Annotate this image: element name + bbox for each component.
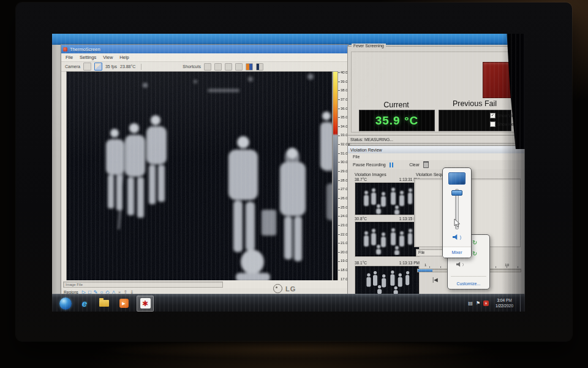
mediaplayer-taskbar-icon[interactable]: ▶: [117, 297, 130, 310]
shortcut-button-2[interactable]: [214, 63, 222, 71]
lg-mark-icon: [273, 284, 282, 293]
show-height-checkbox[interactable]: [490, 121, 496, 127]
vr-menu-file[interactable]: File: [353, 155, 360, 159]
current-temperature-display: 35.9 °C: [359, 110, 435, 131]
photo-background: ThermoScreen File Settings View Help Cam…: [0, 0, 588, 368]
shortcut-button-3[interactable]: [225, 63, 232, 71]
customize-link[interactable]: Customize...: [448, 282, 489, 286]
menu-settings[interactable]: Settings: [80, 55, 96, 60]
menu-file[interactable]: File: [66, 55, 73, 60]
shortcut-button-5[interactable]: [246, 63, 253, 71]
desktop-top-strip: [52, 34, 525, 45]
violation-thumb-3[interactable]: 38.1°C 1:13:13 PM: [355, 261, 420, 294]
tray-grid-icon[interactable]: ▤: [468, 301, 473, 306]
tray-hidden-icon-1[interactable]: ↻: [472, 240, 477, 246]
temperature-colorbar: [333, 71, 338, 282]
mixer-strip: Mixer: [443, 247, 471, 258]
slider-fill: [418, 269, 432, 272]
thermoscreen-taskbar-button[interactable]: ✱: [137, 296, 154, 312]
fever-statusbar: Status: MEASURING...: [347, 135, 524, 144]
palette-toggle-button[interactable]: [94, 63, 102, 71]
show-desktop-button[interactable]: [520, 294, 525, 312]
lg-brand-text: LG: [285, 285, 296, 293]
measuring-status: Status: MEASURING...: [350, 137, 393, 142]
clear-button[interactable]: Clear: [409, 163, 420, 167]
sequence-file-field[interactable]: File: [416, 249, 445, 256]
clock-date: 1/22/2020: [496, 304, 513, 309]
pause-recording-button[interactable]: Pause Recording: [353, 163, 386, 167]
shortcut-button-6[interactable]: [256, 63, 263, 71]
previous-frame-button[interactable]: |◀: [432, 277, 438, 283]
toolbar-separator: [141, 64, 141, 70]
explorer-taskbar-icon[interactable]: [97, 297, 111, 310]
violation-temp: 38.1°C: [355, 261, 367, 265]
taskbar-clock[interactable]: 3:04 PM 1/22/2020: [496, 298, 513, 309]
app-icon: [63, 47, 67, 52]
fps-value: 35 fps: [105, 64, 117, 69]
shortcut-button-1[interactable]: [204, 63, 211, 71]
violation-review-window: Violation Review File Pause Recording Cl…: [347, 145, 525, 294]
previous-fail-label: Previous Fail: [439, 99, 511, 108]
clock-time: 3:04 PM: [496, 298, 513, 303]
statusbar: Image File: [61, 280, 348, 288]
shortcuts-label: Shortcuts: [183, 64, 201, 69]
shortcut-button-4[interactable]: [235, 63, 243, 71]
ambient-temp-value: 23.88°C: [120, 64, 135, 69]
thermal-camera-view: [66, 71, 333, 282]
menu-view[interactable]: View: [103, 55, 113, 60]
violation-thumbnail-image[interactable]: [355, 266, 420, 294]
violation-thumb-1[interactable]: 38.7°C 1:13:31 PM: [355, 177, 420, 215]
pause-icon[interactable]: [390, 163, 394, 167]
camera-label: Camera: [65, 64, 80, 69]
menu-help[interactable]: Help: [119, 55, 129, 60]
thermal-image: [67, 72, 332, 281]
speaker-icon[interactable]: ): [453, 234, 461, 240]
violation-temp: 38.7°C: [355, 177, 367, 182]
temperature-scale: 40.0039.00 38.0037.00 36.0035.00 34.0033…: [333, 71, 348, 280]
violation-thumbnail-image[interactable]: [355, 182, 420, 215]
menubar: File Settings View Help: [61, 53, 348, 62]
violation-review-title: Violation Review: [350, 148, 382, 152]
volume-slider-thumb[interactable]: [451, 190, 462, 196]
tray-speaker-icon[interactable]: ): [456, 262, 464, 267]
fever-screening-panel: Fever Screening F Current 35.9 °C Previo…: [347, 46, 525, 136]
screen: ThermoScreen File Settings View Help Cam…: [52, 34, 525, 312]
scale-ticks: [338, 72, 340, 279]
start-button[interactable]: [59, 297, 72, 310]
current-label: Current: [359, 101, 434, 109]
volume-popup: ) Mixer: [442, 167, 472, 258]
violation-time: 1:13:13 PM: [399, 261, 420, 265]
thermoscreen-logo-icon: ✱: [140, 298, 151, 309]
monitor-bezel: ThermoScreen File Settings View Help Cam…: [16, 2, 572, 341]
show-violation-checkbox[interactable]: ✓: [490, 113, 496, 118]
violation-images-label: Violation Images: [355, 172, 386, 177]
thermoscreen-window: ThermoScreen File Settings View Help Cam…: [61, 44, 349, 297]
violation-thumb-2[interactable]: 30.8°C 1:13:15 PM: [355, 217, 420, 257]
popup-divider: [451, 276, 486, 277]
violation-thumbnail-image[interactable]: [355, 221, 420, 257]
ie-taskbar-icon[interactable]: e: [78, 297, 91, 310]
thermoscreen-titlebar[interactable]: ThermoScreen: [61, 45, 348, 53]
violation-review-toolbar: Pause Recording Clear: [348, 160, 524, 169]
mixer-link[interactable]: Mixer: [451, 250, 462, 255]
window-title: ThermoScreen: [70, 47, 100, 52]
system-tray: ▤ ⚑ × 3:04 PM 1/22/2020: [468, 294, 525, 312]
violation-temp: 30.8°C: [355, 217, 367, 221]
current-temperature-value: 35.9 °C: [375, 114, 419, 128]
image-file-field[interactable]: Image File: [63, 282, 223, 288]
panel-title: Fever Screening: [352, 44, 386, 48]
audio-device-icon: [448, 172, 466, 185]
toolbar: Camera 35 fps 23.88°C Shortcuts: [61, 62, 348, 72]
camera-toggle-button[interactable]: [83, 63, 91, 71]
taskbar: e ▶ ✱ ▤ ⚑ × 3:04 PM 1/22/2020: [52, 294, 525, 312]
action-center-flag-icon[interactable]: ⚑: [476, 301, 480, 306]
tray-error-icon[interactable]: ×: [483, 301, 489, 306]
folder-icon: [99, 300, 109, 307]
trash-icon[interactable]: [423, 161, 429, 168]
monitor-brand-logo: LG: [273, 284, 296, 293]
mouse-cursor: [453, 218, 461, 228]
tray-hidden-icon-2[interactable]: ↻: [472, 251, 477, 257]
